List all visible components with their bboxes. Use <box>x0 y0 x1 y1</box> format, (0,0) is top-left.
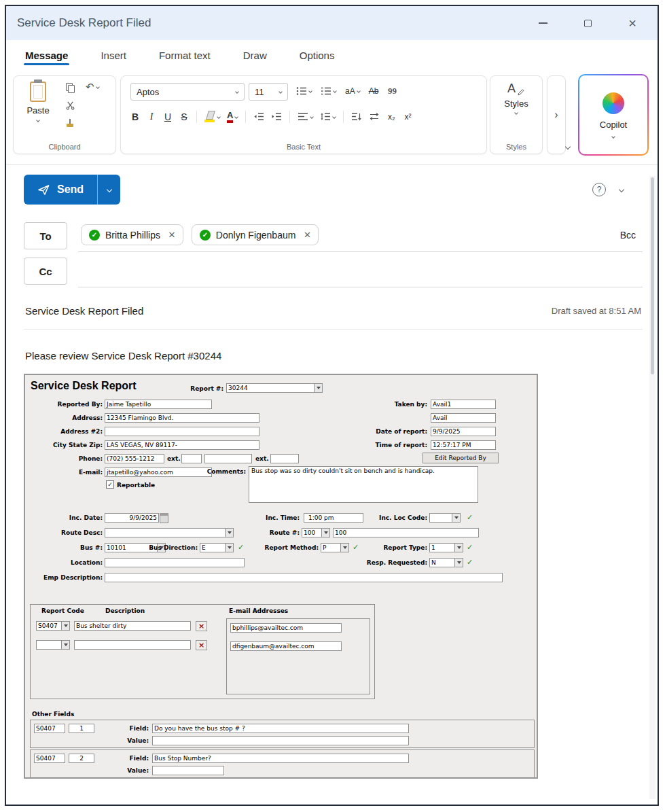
bus-direction-dropdown[interactable]: E <box>200 543 234 552</box>
copy-button[interactable] <box>64 82 76 94</box>
strikethrough-button[interactable]: S <box>179 111 189 122</box>
tab-draw[interactable]: Draw <box>242 42 268 69</box>
send-options-button[interactable] <box>97 175 120 205</box>
cc-field[interactable] <box>78 258 643 287</box>
other-field-question-input[interactable]: Do you have the bus stop # ? <box>152 724 409 733</box>
underline-button[interactable]: U <box>163 111 173 122</box>
more-ribbon-options-button[interactable]: › <box>547 75 566 154</box>
inc-date-input[interactable]: 9/9/2025 <box>105 513 159 523</box>
scrollbar-thumb[interactable] <box>651 177 654 374</box>
other-field-value-input[interactable] <box>152 766 224 775</box>
taken-by-input-1[interactable]: Avail1 <box>431 400 496 409</box>
subject-input[interactable]: Service Desk Report Filed <box>25 305 143 317</box>
recipient-chip[interactable]: ✓ Donlyn Figenbaum × <box>192 224 319 245</box>
change-case-button[interactable]: aA <box>345 86 360 96</box>
font-name-combobox[interactable]: Aptos <box>130 83 245 101</box>
other-field-code-input[interactable]: S0407 <box>34 754 65 763</box>
tab-message[interactable]: Message <box>24 42 69 69</box>
tab-options[interactable]: Options <box>298 42 336 69</box>
to-field[interactable]: ✓ Britta Phillips × ✓ Donlyn Figenbaum ×… <box>78 222 643 252</box>
highlight-button[interactable] <box>204 111 220 123</box>
address-input[interactable]: 12345 Flamingo Blvd. <box>105 413 259 423</box>
other-field-num-input[interactable]: 1 <box>69 724 94 733</box>
location-input[interactable] <box>105 558 245 567</box>
paste-button[interactable]: Paste <box>20 82 56 122</box>
copilot-button[interactable]: Copilot <box>578 74 649 156</box>
phone2-input[interactable] <box>204 454 252 463</box>
cc-button[interactable]: Cc <box>24 258 67 285</box>
subscript-button[interactable]: x₂ <box>387 112 396 122</box>
collapse-ribbon-button[interactable] <box>565 144 571 149</box>
phone-input[interactable]: (702) 555-1212 <box>105 454 164 463</box>
font-size-combobox[interactable]: 11 <box>249 83 288 101</box>
bold-button[interactable]: B <box>130 111 140 122</box>
bcc-button[interactable]: Bcc <box>620 230 640 241</box>
message-body-text[interactable]: Please review Service Desk Report #30244 <box>25 350 643 361</box>
other-field-value-input[interactable] <box>152 736 409 745</box>
phone-ext-input[interactable] <box>181 454 202 463</box>
inc-loc-code-dropdown[interactable] <box>429 513 461 523</box>
other-field-num-input[interactable]: 2 <box>69 754 94 763</box>
undo-button[interactable]: ↶ <box>86 82 99 92</box>
maximize-button[interactable] <box>580 16 595 31</box>
decrease-indent-button[interactable] <box>253 112 264 121</box>
resp-requested-dropdown[interactable]: N <box>429 558 463 567</box>
send-button[interactable]: Send <box>24 175 120 205</box>
emp-description-input[interactable] <box>105 573 503 582</box>
report-type-dropdown[interactable]: 1 <box>429 543 463 552</box>
edit-reported-by-button[interactable]: Edit Reported By <box>423 453 499 463</box>
text-direction-button[interactable] <box>369 112 380 121</box>
report-method-dropdown[interactable]: P <box>321 543 349 552</box>
other-field-question-input[interactable]: Bus Stop Number? <box>152 754 409 763</box>
close-button[interactable]: × <box>625 16 640 31</box>
reportable-checkbox[interactable]: ✓ <box>106 480 114 489</box>
calendar-icon[interactable] <box>160 513 168 523</box>
route-desc-dropdown[interactable] <box>105 528 234 537</box>
quote-button[interactable]: 99 <box>387 86 397 96</box>
date-of-report-input[interactable]: 9/9/2025 <box>431 427 496 436</box>
remove-recipient-icon[interactable]: × <box>301 230 310 240</box>
phone2-ext-input[interactable] <box>270 454 299 463</box>
time-of-report-input[interactable]: 12:57:17 PM <box>431 440 496 450</box>
report-code-description-input[interactable] <box>74 640 191 650</box>
reported-by-input[interactable]: Jaime Tapetillo <box>105 400 212 409</box>
comments-input[interactable]: Bus stop was so dirty couldn't sit on be… <box>249 466 478 503</box>
report-code-dropdown[interactable]: S0407 <box>36 621 70 631</box>
address2-input[interactable] <box>105 427 259 436</box>
format-painter-button[interactable] <box>64 117 76 129</box>
remove-recipient-icon[interactable]: × <box>166 230 175 240</box>
tab-format-text[interactable]: Format text <box>158 42 212 69</box>
report-code-dropdown[interactable] <box>36 640 70 650</box>
superscript-button[interactable]: x² <box>403 112 412 122</box>
bullet-list-button[interactable] <box>296 86 312 96</box>
numbered-list-button[interactable] <box>321 86 336 96</box>
font-color-button[interactable]: A <box>227 110 238 123</box>
minimize-button[interactable] <box>535 16 550 31</box>
route-desc-text-input[interactable]: 100 <box>333 528 479 537</box>
to-button[interactable]: To <box>24 222 67 249</box>
delete-code-button[interactable]: × <box>196 640 207 650</box>
increase-indent-button[interactable] <box>271 112 282 121</box>
other-field-code-input[interactable]: S0407 <box>34 724 65 733</box>
delete-code-button[interactable]: × <box>196 621 207 631</box>
message-options-chevron-icon[interactable] <box>619 187 624 192</box>
align-button[interactable] <box>298 112 313 121</box>
city-state-zip-input[interactable]: LAS VEGAS, NV 89117- <box>105 440 259 450</box>
clear-formatting-button[interactable]: Ab <box>369 86 379 96</box>
sort-button[interactable] <box>351 112 362 121</box>
scrollbar[interactable] <box>649 176 655 799</box>
taken-by-input-2[interactable]: Avail <box>431 413 496 423</box>
cut-button[interactable] <box>64 99 76 111</box>
help-button[interactable]: ? <box>592 183 606 196</box>
align-icon <box>298 112 308 121</box>
styles-button[interactable]: A Styles <box>490 82 542 114</box>
email-address-input[interactable]: dfigenbaum@availtec.com <box>230 641 342 651</box>
italic-button[interactable]: I <box>147 111 156 122</box>
recipient-chip[interactable]: ✓ Britta Phillips × <box>81 224 183 245</box>
email-address-input[interactable]: bphillips@availtec.com <box>230 623 342 633</box>
tab-insert[interactable]: Insert <box>99 42 128 69</box>
route-no-dropdown[interactable]: 100 <box>302 528 330 537</box>
report-code-description-input[interactable]: Bus shelter dirty <box>74 621 191 631</box>
report-no-dropdown[interactable]: 30244 <box>226 383 323 393</box>
line-spacing-button[interactable] <box>320 112 336 121</box>
